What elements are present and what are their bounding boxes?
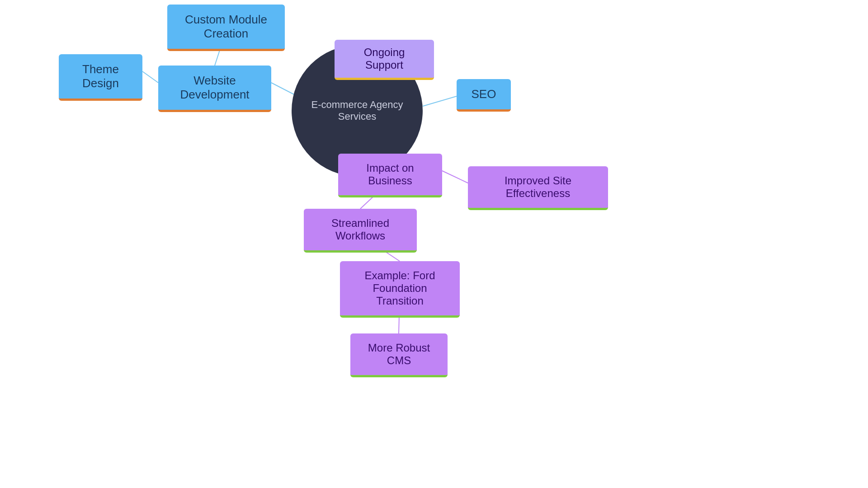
- center-label: E-commerce Agency Services: [292, 99, 423, 122]
- custom-module-creation-node[interactable]: Custom Module Creation: [167, 5, 285, 51]
- robust-label: More Robust CMS: [363, 342, 435, 367]
- streamlined-workflows-node[interactable]: Streamlined Workflows: [304, 209, 417, 253]
- website-development-node[interactable]: Website Development: [158, 66, 271, 112]
- impact-label: Impact on Business: [351, 162, 429, 187]
- more-robust-cms-node[interactable]: More Robust CMS: [350, 333, 448, 377]
- improved-label: Improved Site Effectiveness: [481, 174, 595, 200]
- seo-node[interactable]: SEO: [457, 79, 511, 112]
- impact-on-business-node[interactable]: Impact on Business: [338, 154, 442, 197]
- ford-foundation-example-node[interactable]: Example: Ford Foundation Transition: [340, 261, 460, 318]
- theme-design-node[interactable]: Theme Design: [59, 54, 142, 101]
- svg-line-4: [423, 96, 457, 106]
- example-label: Example: Ford Foundation Transition: [353, 269, 447, 307]
- website-label: Website Development: [171, 74, 259, 102]
- custom-label: Custom Module Creation: [180, 13, 272, 41]
- ongoing-label: Ongoing Support: [346, 46, 422, 71]
- streamlined-label: Streamlined Workflows: [316, 217, 404, 242]
- svg-line-6: [442, 171, 468, 183]
- ongoing-support-node[interactable]: Ongoing Support: [335, 40, 434, 80]
- seo-label: SEO: [472, 87, 496, 101]
- theme-label: Theme Design: [71, 62, 130, 90]
- improved-site-effectiveness-node[interactable]: Improved Site Effectiveness: [468, 166, 608, 210]
- svg-line-2: [142, 71, 158, 83]
